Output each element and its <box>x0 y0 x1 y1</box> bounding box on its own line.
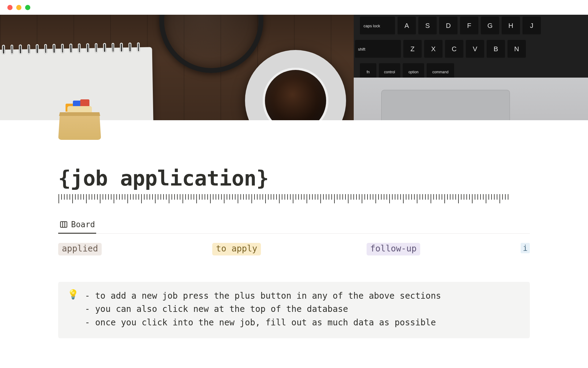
laptop-palmrest <box>354 78 588 120</box>
status-pill-applied: applied <box>58 243 102 255</box>
key-a: A <box>398 17 416 35</box>
cover-laptop-photo: caps lock A S D F G H J shift Z X C V B … <box>354 15 588 120</box>
key-s: S <box>418 17 437 35</box>
traffic-light-close[interactable] <box>7 5 13 10</box>
board-icon <box>59 220 68 229</box>
database-view-tabs: Board <box>58 217 530 234</box>
key-v: V <box>466 40 484 58</box>
ruler-divider <box>58 194 530 209</box>
board-column-applied[interactable]: applied <box>58 243 212 255</box>
key-n: N <box>507 40 526 58</box>
key-g: G <box>481 17 499 35</box>
tab-board[interactable]: Board <box>58 217 96 233</box>
key-c: C <box>445 40 463 58</box>
key-shift: shift <box>355 40 401 58</box>
status-pill-to-apply: to apply <box>212 243 261 255</box>
key-h: H <box>502 17 520 35</box>
page-title[interactable]: {job application} <box>58 166 530 190</box>
lightbulb-icon: 💡 <box>67 290 79 329</box>
key-b: B <box>487 40 505 58</box>
cover-desk-photo <box>0 15 354 120</box>
traffic-light-minimize[interactable] <box>16 5 21 10</box>
window-titlebar <box>0 0 588 15</box>
page-icon[interactable] <box>58 97 101 140</box>
board-column-follow-up[interactable]: follow-up <box>367 243 521 255</box>
keyboard-prop: caps lock A S D F G H J shift Z X C V B … <box>354 15 588 78</box>
svg-rect-164 <box>61 222 67 228</box>
status-pill-follow-up: follow-up <box>367 243 420 255</box>
tab-board-label: Board <box>71 220 95 229</box>
callout-text: - to add a new job press the plus button… <box>85 289 441 329</box>
key-j: J <box>522 17 541 35</box>
key-f: F <box>460 17 478 35</box>
board-column-trailing[interactable]: i <box>521 243 530 253</box>
trackpad <box>381 90 510 120</box>
key-z: Z <box>403 40 422 58</box>
key-capslock: caps lock <box>360 17 395 35</box>
info-icon: i <box>521 243 530 253</box>
callout-block[interactable]: 💡 - to add a new job press the plus butt… <box>58 282 530 338</box>
card-file-box-icon <box>66 99 94 113</box>
board-columns: applied to apply follow-up i <box>58 243 530 255</box>
board-column-to-apply[interactable]: to apply <box>212 243 366 255</box>
key-x: X <box>424 40 443 58</box>
traffic-light-zoom[interactable] <box>25 5 30 10</box>
key-d: D <box>439 17 458 35</box>
